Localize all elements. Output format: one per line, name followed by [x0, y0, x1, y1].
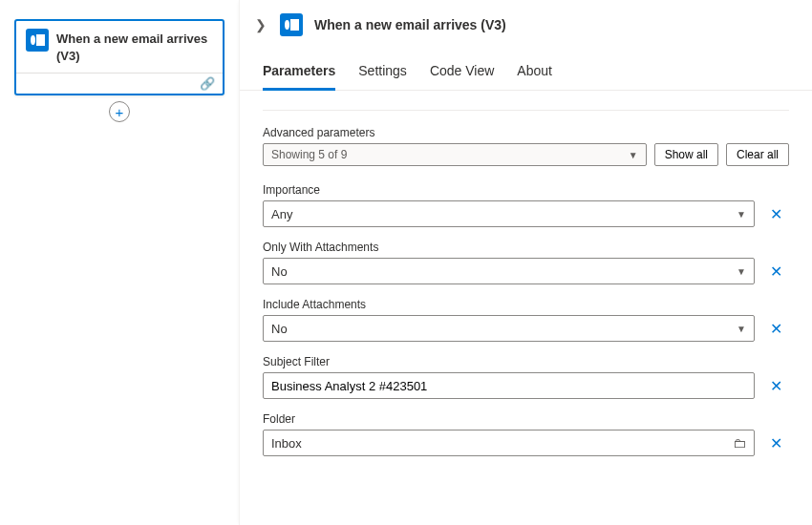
tab-parameters[interactable]: Parameters [263, 53, 335, 91]
importance-label: Importance [263, 183, 755, 197]
folder-picker[interactable]: Inbox 🗀 [263, 430, 755, 456]
remove-importance-button[interactable]: ✕ [762, 200, 789, 227]
details-panel: ❯ When a new email arrives (V3) Paramete… [239, 0, 812, 525]
trigger-title: When a new email arrives (V3) [56, 29, 213, 65]
tab-settings[interactable]: Settings [358, 53, 407, 91]
flow-canvas: When a new email arrives (V3) 🔗 + [0, 0, 239, 525]
link-icon: 🔗 [200, 76, 215, 91]
panel-tabs: Parameters Settings Code View About [240, 53, 812, 91]
outlook-icon [26, 29, 49, 52]
panel-title: When a new email arrives (V3) [314, 17, 506, 32]
remove-subject-button[interactable]: ✕ [762, 372, 789, 399]
only-attachments-dropdown[interactable]: No ▼ [263, 258, 755, 284]
advanced-params-summary: Showing 5 of 9 [271, 148, 347, 161]
include-attachments-label: Include Attachments [263, 298, 755, 311]
trigger-card-footer: 🔗 [16, 73, 223, 94]
importance-value: Any [271, 207, 292, 221]
trigger-card[interactable]: When a new email arrives (V3) 🔗 [14, 19, 224, 95]
subject-filter-input[interactable] [271, 379, 746, 393]
add-step-button[interactable]: + [109, 101, 130, 122]
only-attachments-label: Only With Attachments [263, 241, 755, 254]
only-attachments-value: No [271, 264, 288, 279]
divider [263, 110, 789, 111]
clear-all-button[interactable]: Clear all [726, 143, 789, 166]
tab-about[interactable]: About [517, 53, 552, 91]
remove-only-attachments-button[interactable]: ✕ [762, 258, 789, 284]
advanced-params-label: Advanced parameters [263, 126, 789, 139]
include-attachments-value: No [271, 322, 288, 336]
folder-icon: 🗀 [733, 435, 746, 451]
collapse-panel-icon[interactable]: ❯ [253, 17, 268, 32]
chevron-down-icon: ▼ [737, 266, 746, 277]
subject-filter-label: Subject Filter [263, 355, 755, 368]
include-attachments-dropdown[interactable]: No ▼ [263, 315, 755, 342]
chevron-down-icon: ▼ [629, 150, 638, 160]
advanced-params-dropdown[interactable]: Showing 5 of 9 ▼ [263, 143, 647, 166]
remove-include-attachments-button[interactable]: ✕ [762, 315, 789, 342]
chevron-down-icon: ▼ [737, 209, 746, 220]
importance-dropdown[interactable]: Any ▼ [263, 200, 755, 227]
folder-value: Inbox [271, 436, 302, 451]
show-all-button[interactable]: Show all [654, 143, 718, 166]
folder-label: Folder [263, 412, 755, 426]
outlook-icon [280, 13, 303, 36]
chevron-down-icon: ▼ [737, 324, 746, 334]
tab-codeview[interactable]: Code View [430, 53, 494, 91]
remove-folder-button[interactable]: ✕ [762, 430, 789, 456]
